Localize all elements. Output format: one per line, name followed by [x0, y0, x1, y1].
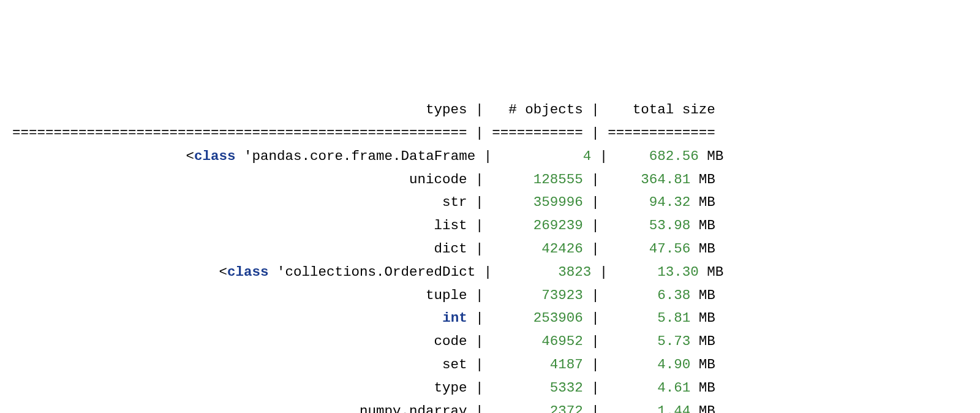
data-row: set | 4187 | 4.90 MB [12, 354, 968, 377]
data-row: dict | 42426 | 47.56 MB [12, 238, 968, 261]
data-row: code | 46952 | 5.73 MB [12, 330, 968, 354]
header-row: types | # objects | total size [12, 99, 968, 122]
data-row: <class 'pandas.core.frame.DataFrame | 4 … [12, 145, 968, 169]
data-row: int | 253906 | 5.81 MB [12, 307, 968, 330]
data-row: unicode | 128555 | 364.81 MB [12, 169, 968, 192]
data-row: numpy.ndarray | 2372 | 1.44 MB [12, 400, 968, 413]
data-row: tuple | 73923 | 6.38 MB [12, 284, 968, 308]
data-row: type | 5332 | 4.61 MB [12, 377, 968, 400]
data-row: <class 'collections.OrderedDict | 3823 |… [12, 261, 968, 284]
memory-summary-output: types | # objects | total size==========… [12, 99, 968, 413]
data-row: str | 359996 | 94.32 MB [12, 191, 968, 214]
separator-row: ========================================… [12, 122, 968, 145]
data-row: list | 269239 | 53.98 MB [12, 214, 968, 238]
